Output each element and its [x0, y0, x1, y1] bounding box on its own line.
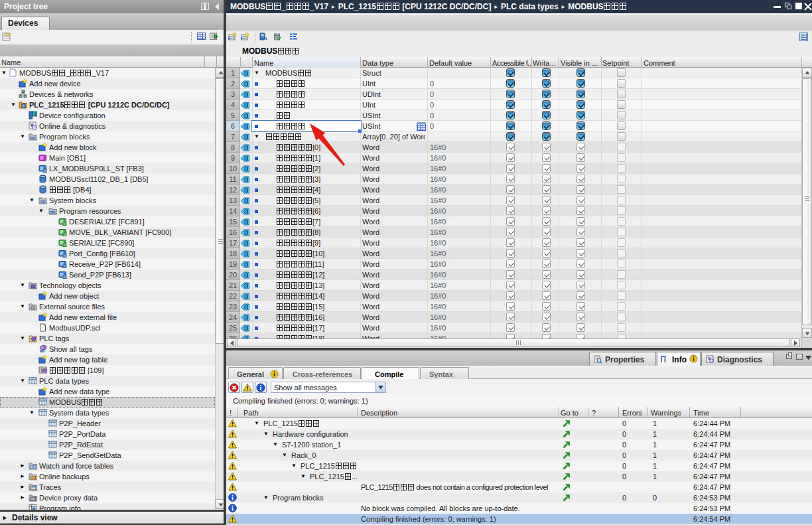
- svg-text:i: i: [664, 356, 666, 364]
